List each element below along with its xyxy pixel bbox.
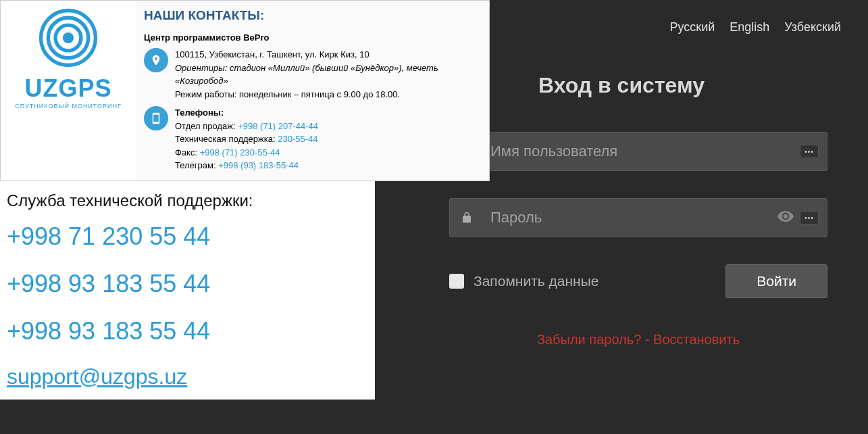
lock-icon <box>450 212 484 224</box>
logo-contact-wrap: UZGPS СПУТНИКОВЫЙ МОНИТОРИНГ НАШИ КОНТАК… <box>0 0 490 181</box>
login-button[interactable]: Войти <box>725 264 827 298</box>
support-box: Служба технической поддержки: +998 71 23… <box>0 181 375 400</box>
support-phone-3[interactable]: +998 93 183 55 44 <box>7 317 368 345</box>
location-pin-icon <box>144 48 168 72</box>
password-group: ••• <box>449 198 827 237</box>
password-input[interactable] <box>484 199 777 237</box>
telegram-label: Телеграм: <box>175 160 218 170</box>
logo-tagline: СПУТНИКОВЫЙ МОНИТОРИНГ <box>4 103 132 110</box>
contacts-landmarks: Ориентиры: стадион «Миллий» (бывший «Бун… <box>175 62 481 88</box>
keyboard-icon[interactable]: ••• <box>800 145 819 158</box>
sales-phone-link[interactable]: +998 (71) 207-44-44 <box>238 121 318 131</box>
forgot-password-link[interactable]: Забыли пароль? - Восстановить <box>537 332 740 347</box>
contacts-title: НАШИ КОНТАКТЫ: <box>144 6 481 26</box>
tech-label: Техническая поддержка: <box>175 134 278 144</box>
phones-label: Телефоны: <box>175 106 481 120</box>
support-phone-2[interactable]: +998 93 183 55 44 <box>7 270 368 298</box>
logo-swirl-icon <box>38 7 99 68</box>
phone-icon <box>144 106 168 130</box>
remember-checkbox[interactable] <box>449 274 464 289</box>
lang-ru[interactable]: Русский <box>670 20 715 34</box>
fax-phone-link[interactable]: +998 (71) 230-55-44 <box>200 147 280 158</box>
keyboard-icon[interactable]: ••• <box>800 211 819 224</box>
telegram-phone-link[interactable]: +998 (93) 183-55-44 <box>218 160 299 170</box>
left-info-panel: UZGPS СПУТНИКОВЫЙ МОНИТОРИНГ НАШИ КОНТАК… <box>0 0 375 434</box>
username-group: ••• <box>449 132 827 171</box>
svg-point-3 <box>63 32 74 43</box>
lang-en[interactable]: English <box>730 20 769 34</box>
contacts-hours: Режим работы: понедельник – пятница с 9.… <box>175 88 481 101</box>
language-bar: Русский English Узбекский <box>670 20 842 34</box>
support-phone-1[interactable]: +998 71 230 55 44 <box>7 222 368 251</box>
lang-uz[interactable]: Узбекский <box>784 20 841 34</box>
support-title: Служба технической поддержки: <box>7 191 368 210</box>
sales-label: Отдел продаж: <box>175 121 238 131</box>
remember-label: Запомнить данные <box>474 273 598 289</box>
fax-label: Факс: <box>175 147 200 158</box>
contacts-address: 100115, Узбекистан, г. Ташкент, ул. Кирк… <box>175 48 481 62</box>
eye-icon[interactable] <box>777 208 794 228</box>
logo-brand: UZGPS <box>4 74 132 103</box>
contacts-box: НАШИ КОНТАКТЫ: Центр программистов BePro… <box>136 1 489 180</box>
support-email[interactable]: support@uzgps.uz <box>7 364 368 389</box>
remember-row: Запомнить данные Войти <box>449 264 827 298</box>
logo-box: UZGPS СПУТНИКОВЫЙ МОНИТОРИНГ <box>1 1 136 180</box>
username-input[interactable] <box>484 132 800 170</box>
tech-phone-link[interactable]: 230-55-44 <box>278 134 317 144</box>
contacts-center: Центр программистов BePro <box>144 31 481 45</box>
